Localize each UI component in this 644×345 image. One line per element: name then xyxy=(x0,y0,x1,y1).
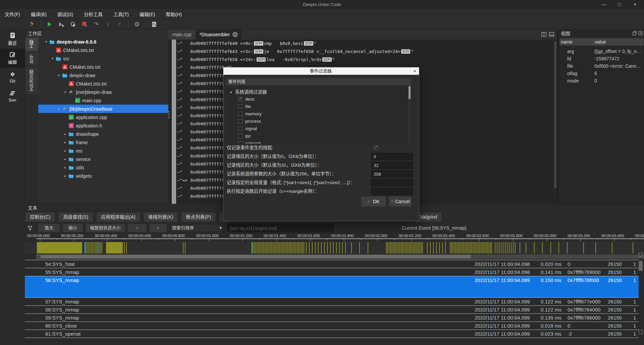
tree-root-syscall-filter[interactable]: ▼系统调用过滤器 xyxy=(229,88,267,95)
close-icon[interactable]: ✕ xyxy=(232,32,238,37)
split-editor-icon[interactable] xyxy=(541,32,546,37)
chevron-down-icon[interactable]: ▾ xyxy=(49,57,56,60)
chevron-down-icon[interactable]: ▾ xyxy=(62,90,68,94)
build-hammer-icon[interactable] xyxy=(29,21,36,27)
editor-tab-Disassembler[interactable]: *Disassembler✕ xyxy=(196,30,242,40)
dialog-tree-scrollbar[interactable] xyxy=(408,86,411,143)
filter-option-process[interactable]: process xyxy=(238,118,261,124)
event-row-57[interactable]: 57:SYS_mmap2022/11/17 11:00:04.0990.122 … xyxy=(25,297,639,306)
tree-row[interactable]: ▸frame xyxy=(38,138,169,147)
run-icon[interactable] xyxy=(46,21,53,27)
timeline-button-0[interactable]: 放大 xyxy=(38,224,60,232)
tree-row[interactable]: ▸res xyxy=(38,147,169,155)
stop-debug-icon[interactable] xyxy=(81,21,88,27)
tree-row[interactable]: ▾deepin-draw-6.0.6 xyxy=(38,38,169,46)
bottom-tab-0[interactable]: 控制台(C) xyxy=(25,213,55,222)
dialog-input-4[interactable] xyxy=(371,179,413,186)
filter-option-ipc[interactable]: ipc xyxy=(238,132,251,139)
bottom-tab-2[interactable]: 应用程序输出(A) xyxy=(97,213,140,222)
timeline-scrollbar-button[interactable] xyxy=(37,255,40,258)
timeline-button-3[interactable]: ‹ xyxy=(128,224,147,232)
filter-option-file[interactable]: file xyxy=(238,103,251,110)
chevron-down-icon[interactable]: ▾ xyxy=(43,40,49,44)
filter-option-network[interactable]: network xyxy=(238,140,261,143)
event-row-61[interactable]: 61:SYS_openat2022/11/17 11:00:04.0990.02… xyxy=(25,330,639,338)
event-table-scrollbar-bottom-square[interactable] xyxy=(639,330,643,334)
bottom-tab-1[interactable]: 高级查找(S) xyxy=(59,213,93,222)
panel-splitter[interactable] xyxy=(168,111,170,119)
timeline-button-1[interactable]: 缩小 xyxy=(63,224,83,232)
chevron-right-icon[interactable]: ▸ xyxy=(62,166,68,169)
bottom-tab-3[interactable]: 堆栈列表(K) xyxy=(144,213,178,222)
tree-row[interactable]: ▾deepin-draw xyxy=(38,71,169,79)
activity-item-编辑[interactable]: 编辑 xyxy=(0,49,25,68)
settings-gear-icon[interactable]: ⚙ xyxy=(133,21,140,27)
tab-valgrind[interactable]: Valgrind xyxy=(416,213,441,222)
dialog-input-1[interactable] xyxy=(371,153,413,160)
event-table-scrollbar-top-square[interactable] xyxy=(639,253,643,257)
editor-tab-maincpp[interactable]: main.cpp xyxy=(168,30,196,40)
close-button[interactable]: × xyxy=(627,0,643,9)
chevron-right-icon[interactable]: ▸ xyxy=(62,174,68,178)
chevron-down-icon[interactable]: ▾ xyxy=(56,73,62,77)
menu-item-1[interactable]: 编译(B) xyxy=(31,11,47,17)
tree-row[interactable]: C+main.cpp xyxy=(38,96,169,105)
timeline-button-4[interactable]: › xyxy=(150,224,167,232)
tree-row[interactable]: CMakeLists.txt xyxy=(38,46,169,54)
event-row-54[interactable]: 54:SYS_fstat2022/11/17 11:00:04.0980.020… xyxy=(25,260,639,268)
activity-item-最近[interactable]: 最近 xyxy=(0,30,25,49)
tree-row[interactable]: ▸service xyxy=(38,155,169,163)
dialog-input-3[interactable] xyxy=(371,170,413,178)
attach-process-icon[interactable] xyxy=(69,21,76,27)
menu-item-6[interactable]: 帮助(H) xyxy=(166,11,182,17)
menu-item-3[interactable]: 分析工具 xyxy=(84,11,103,17)
debug-continue-icon[interactable] xyxy=(58,21,64,27)
tree-row[interactable]: CMakeLists.txt xyxy=(38,79,169,88)
tree-row[interactable]: ▸widgets xyxy=(38,172,169,180)
filter-funnel-icon[interactable] xyxy=(28,226,33,231)
tree-row[interactable]: ▾[exe]deepin-draw xyxy=(38,88,169,96)
activity-item-Git[interactable]: Git xyxy=(0,68,25,87)
tree-row[interactable]: ▸drawshape xyxy=(38,130,169,138)
side-tab-project[interactable]: 工程 xyxy=(25,38,38,51)
menu-item-5[interactable]: 编辑(E) xyxy=(140,11,155,17)
timeline-button-2[interactable]: 缩放到合适大小 xyxy=(86,224,125,232)
close-icon[interactable] xyxy=(638,31,643,36)
checkbox-desc[interactable] xyxy=(238,97,243,101)
variable-row[interactable]: mode0 xyxy=(559,77,644,84)
side-tab-file-browser[interactable]: 文件浏览器 xyxy=(25,67,38,94)
minimize-button[interactable]: — xyxy=(596,0,612,9)
event-row-59[interactable]: 59:SYS_mmap2022/11/17 11:00:04.0990.135 … xyxy=(25,313,639,322)
chevron-right-icon[interactable]: ▸ xyxy=(62,140,68,144)
event-row-58[interactable]: 58:SYS_mmap2022/11/17 11:00:04.0990.122 … xyxy=(25,305,639,314)
timeline-scrollbar[interactable] xyxy=(36,254,644,259)
chevron-down-icon[interactable]: ▾ xyxy=(56,107,62,111)
tree-row[interactable]: C+application.cpp xyxy=(38,113,169,121)
search-input[interactable] xyxy=(227,224,334,232)
menu-item-0[interactable]: 文件(F) xyxy=(5,11,20,17)
event-row-55[interactable]: 55:SYS_mmap2022/11/17 11:00:04.0980.141 … xyxy=(25,268,639,276)
bottom-tab-4[interactable]: 断点列表(P) xyxy=(181,213,215,222)
filter-option-memory[interactable]: memory xyxy=(238,110,262,117)
cancel-button[interactable]: ×Cancel xyxy=(389,196,412,207)
step-out-icon[interactable]: ↑ xyxy=(116,21,123,27)
ok-button[interactable]: ✓OK xyxy=(361,196,386,207)
record-thread-checkbox[interactable] xyxy=(374,146,378,150)
variable-row[interactable]: fd-159977472 xyxy=(559,55,644,62)
filter-option-desc[interactable]: desc xyxy=(238,96,255,102)
checkbox-ipc[interactable] xyxy=(238,134,243,138)
menu-item-2[interactable]: 调试(D) xyxy=(57,11,73,17)
tree-row[interactable]: CMakeLists.txt xyxy=(38,63,169,71)
event-table-scrollbar[interactable] xyxy=(638,252,644,345)
step-over-icon[interactable]: ↷ xyxy=(93,21,100,27)
event-row-60[interactable]: 60:SYS_close2022/11/17 11:00:04.0990.018… xyxy=(25,322,639,330)
side-tab-symbols[interactable]: 符号 xyxy=(25,52,38,66)
checkbox-file[interactable] xyxy=(238,104,243,109)
tree-row[interactable]: ▾[lib]deepinDrawBase xyxy=(38,105,169,113)
search-file-icon[interactable] xyxy=(151,21,157,27)
event-row-56[interactable]: 56:SYS_mmap2022/11/17 11:00:04.0990.150 … xyxy=(25,276,639,298)
checkbox-memory[interactable] xyxy=(238,112,243,116)
variable-row[interactable]: file0xf000 <error: Cann… xyxy=(559,62,644,70)
chevron-right-icon[interactable]: ▸ xyxy=(62,149,68,153)
checkbox-signal[interactable] xyxy=(238,126,243,131)
